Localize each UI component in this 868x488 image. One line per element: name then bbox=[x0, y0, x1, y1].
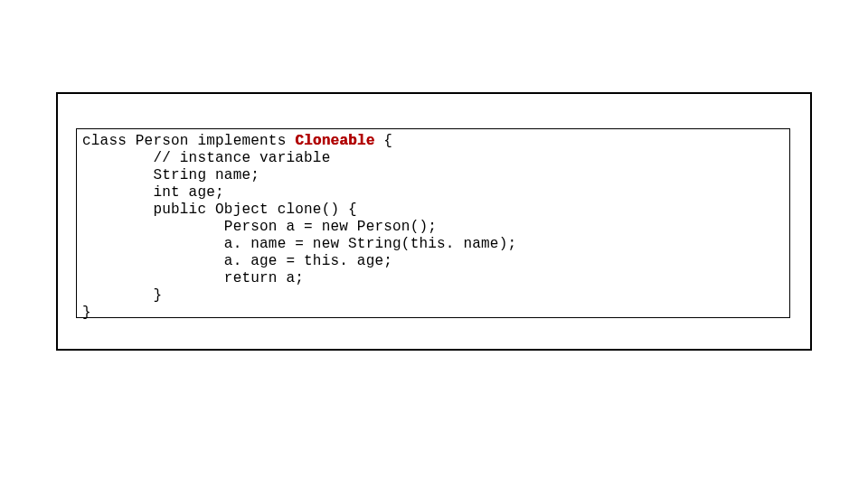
code-line-7: a. name = new String(this. name); bbox=[82, 236, 516, 252]
code-line-1-suffix: { bbox=[374, 133, 392, 149]
code-line-8: a. age = this. age; bbox=[82, 253, 392, 269]
code-line-4: int age; bbox=[82, 184, 224, 201]
code-line-2: // instance variable bbox=[82, 150, 330, 166]
code-block: class Person implements Cloneable { // i… bbox=[82, 133, 784, 322]
code-line-10: } bbox=[82, 287, 162, 304]
code-line-9: return a; bbox=[82, 270, 304, 286]
code-line-1-prefix: class Person implements bbox=[82, 133, 295, 149]
code-line-11: } bbox=[82, 305, 91, 321]
code-line-3: String name; bbox=[82, 167, 259, 183]
code-block-frame: class Person implements Cloneable { // i… bbox=[76, 128, 790, 318]
code-line-6: Person a = new Person(); bbox=[82, 219, 437, 235]
code-line-5: public Object clone() { bbox=[82, 202, 357, 218]
code-keyword-cloneable: Cloneable bbox=[295, 133, 374, 149]
